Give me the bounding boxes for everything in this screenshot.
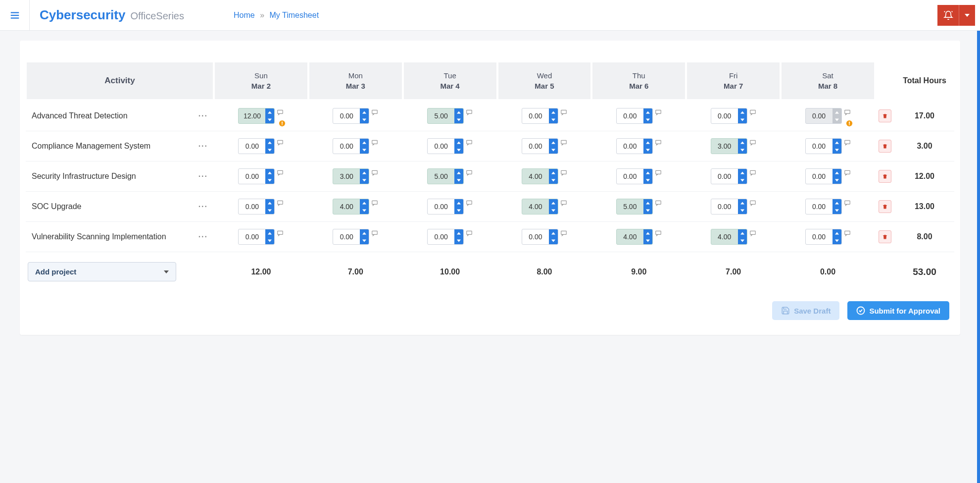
delete-row-button[interactable] [879,230,891,243]
spinner-down-icon[interactable] [738,116,747,123]
spinner-up-icon[interactable] [265,199,274,207]
spinner-down-icon[interactable] [738,237,747,244]
comment-icon[interactable] [371,230,378,237]
spinner-up-icon[interactable] [833,229,841,237]
comment-icon[interactable] [655,169,662,176]
comment-icon[interactable] [277,200,284,207]
hours-input[interactable] [333,108,360,123]
hours-input[interactable] [333,139,360,154]
spinner-down-icon[interactable] [643,207,652,214]
spinner-down-icon[interactable] [549,146,558,154]
spinner-down-icon[interactable] [738,176,747,184]
comment-icon[interactable] [466,169,473,176]
spinner-down-icon[interactable] [265,237,274,244]
comment-icon[interactable] [277,139,284,146]
spinner-up-icon[interactable] [738,169,747,176]
hours-input[interactable] [806,108,833,123]
comment-icon[interactable] [466,109,473,116]
comment-icon[interactable] [844,230,851,237]
comment-icon[interactable] [560,169,567,176]
spinner-down-icon[interactable] [833,146,841,154]
comment-icon[interactable] [844,139,851,146]
hours-input[interactable] [239,169,265,184]
spinner-up-icon[interactable] [454,108,463,116]
hours-input[interactable] [522,199,549,214]
spinner-up-icon[interactable] [360,139,369,146]
hours-input[interactable] [428,229,454,244]
comment-icon[interactable] [277,109,284,116]
spinner-up-icon[interactable] [360,229,369,237]
spinner-up-icon[interactable] [454,169,463,176]
delete-row-button[interactable] [879,200,891,213]
spinner-up-icon[interactable] [643,229,652,237]
spinner-down-icon[interactable] [454,146,463,154]
spinner-down-icon[interactable] [833,116,841,123]
delete-row-button[interactable] [879,170,891,183]
hours-input[interactable] [522,108,549,123]
spinner-up-icon[interactable] [265,169,274,176]
spinner-down-icon[interactable] [454,207,463,214]
spinner-up-icon[interactable] [738,139,747,146]
hours-input[interactable] [333,169,360,184]
spinner-down-icon[interactable] [360,116,369,123]
spinner-up-icon[interactable] [833,199,841,207]
breadcrumb-home[interactable]: Home [234,11,255,19]
spinner-down-icon[interactable] [265,176,274,184]
spinner-down-icon[interactable] [265,116,274,123]
comment-icon[interactable] [749,230,756,237]
comment-icon[interactable] [749,139,756,146]
comment-icon[interactable] [371,139,378,146]
comment-icon[interactable] [277,230,284,237]
hours-input[interactable] [428,169,454,184]
hours-input[interactable] [617,169,643,184]
hours-input[interactable] [806,169,833,184]
comment-icon[interactable] [844,109,851,116]
hours-input[interactable] [711,169,738,184]
spinner-up-icon[interactable] [360,108,369,116]
spinner-up-icon[interactable] [738,229,747,237]
hours-input[interactable] [239,229,265,244]
comment-icon[interactable] [560,230,567,237]
hours-input[interactable] [522,169,549,184]
spinner-down-icon[interactable] [360,207,369,214]
spinner-down-icon[interactable] [833,237,841,244]
more-icon[interactable]: ··· [195,202,212,211]
more-icon[interactable]: ··· [195,172,212,181]
spinner-up-icon[interactable] [549,169,558,176]
spinner-down-icon[interactable] [738,207,747,214]
spinner-down-icon[interactable] [643,116,652,123]
add-project-dropdown[interactable]: Add project [28,262,176,281]
spinner-up-icon[interactable] [265,229,274,237]
hours-input[interactable] [428,139,454,154]
comment-icon[interactable] [655,230,662,237]
spinner-up-icon[interactable] [265,139,274,146]
hours-input[interactable] [428,108,454,123]
hours-input[interactable] [617,199,643,214]
spinner-up-icon[interactable] [265,108,274,116]
comment-icon[interactable] [844,169,851,176]
hours-input[interactable] [711,108,738,123]
spinner-down-icon[interactable] [265,146,274,154]
spinner-up-icon[interactable] [549,139,558,146]
comment-icon[interactable] [560,139,567,146]
submit-approval-button[interactable]: Submit for Approval [847,301,949,320]
hours-input[interactable] [239,199,265,214]
spinner-down-icon[interactable] [833,207,841,214]
delete-row-button[interactable] [879,109,891,122]
spinner-up-icon[interactable] [643,199,652,207]
comment-icon[interactable] [560,200,567,207]
hours-input[interactable] [711,199,738,214]
hours-input[interactable] [522,229,549,244]
spinner-down-icon[interactable] [643,237,652,244]
comment-icon[interactable] [655,109,662,116]
spinner-down-icon[interactable] [549,237,558,244]
comment-icon[interactable] [466,200,473,207]
notifications-dropdown-button[interactable] [959,5,975,26]
hours-input[interactable] [617,139,643,154]
spinner-down-icon[interactable] [265,207,274,214]
hours-input[interactable] [806,199,833,214]
more-icon[interactable]: ··· [195,111,212,120]
spinner-up-icon[interactable] [738,108,747,116]
spinner-up-icon[interactable] [454,229,463,237]
spinner-down-icon[interactable] [643,176,652,184]
